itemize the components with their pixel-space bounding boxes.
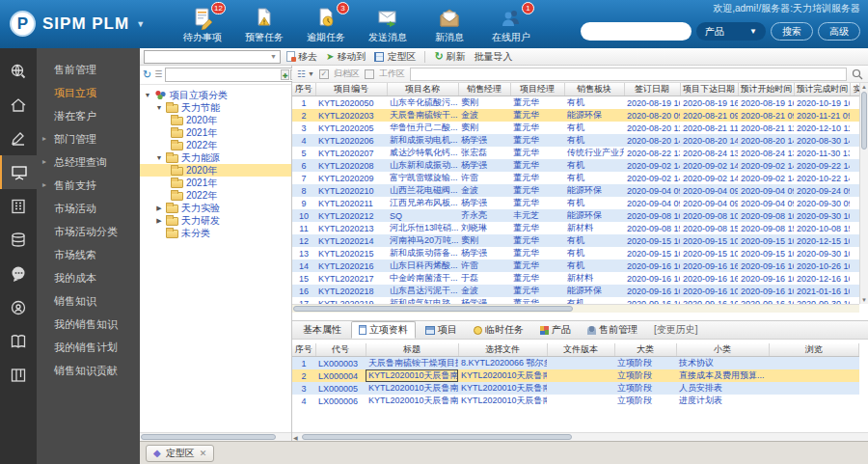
table-cell[interactable]	[850, 122, 859, 134]
table-row[interactable]: 1LX000003天辰鲁南硫铵干燥项目技术...8.KYTL2020066 鄂尔…	[292, 357, 859, 370]
table-cell[interactable]: 进度计划表	[676, 395, 769, 407]
table-cell[interactable]: LX000003	[315, 357, 366, 370]
table-cell[interactable]: 2020-09-15 10...	[738, 234, 794, 247]
table-cell[interactable]: 刘晓琳	[458, 222, 510, 234]
rail-edit-icon[interactable]	[0, 122, 37, 155]
table-cell[interactable]: 2020-09-16 10...	[624, 297, 680, 304]
tab-change-history[interactable]: [变更历史]	[647, 321, 705, 339]
table-cell[interactable]: 山东昌达污泥干...	[387, 285, 458, 297]
table-cell[interactable]: 6	[292, 159, 315, 172]
table-cell[interactable]: 技术协议	[676, 357, 769, 370]
new-message-button[interactable]: 新消息	[425, 7, 474, 44]
table-row[interactable]: 3LX000005KYTL2020010天辰鲁南己...KYTL2020010天…	[292, 382, 859, 395]
column-header[interactable]: 预计完成时间	[794, 83, 850, 96]
column-header[interactable]: 项目经理	[510, 83, 564, 96]
table-cell[interactable]	[850, 297, 859, 304]
table-row[interactable]: 9KYTL2020211江西兄弟布风板...杨学强董元华有机2020-09-04…	[292, 197, 859, 209]
table-cell[interactable]: 2020-09-02 14...	[624, 159, 680, 172]
table-cell[interactable]: 河北乐恒13吨硝...	[387, 222, 458, 234]
table-cell[interactable]: 山东日科丙烯酸...	[387, 259, 458, 272]
table-cell[interactable]: 2020-12-10 11:...	[794, 122, 850, 134]
table-cell[interactable]: 新材料	[564, 272, 624, 285]
table-cell[interactable]: 有机	[564, 122, 624, 134]
table-row[interactable]: 8KYTL2020210山西兰花电磁阀...金波董元华能源环保2020-09-0…	[292, 184, 859, 197]
sidebar-item-my-sales-plan[interactable]: 我的销售计划	[37, 336, 140, 359]
tree-node[interactable]: 2021年	[140, 126, 291, 139]
table-cell[interactable]: 2020-11-21 09:...	[794, 109, 850, 122]
table-cell[interactable]: 董元华	[510, 172, 564, 184]
table-cell[interactable]: 2020-08-30 14:...	[794, 134, 850, 147]
table-cell[interactable]: 新和成振动筛备...	[387, 247, 458, 259]
table-cell[interactable]: 中金岭南菌渣干...	[387, 272, 458, 285]
table-cell[interactable]: 金波	[458, 184, 510, 197]
app-logo[interactable]: P SIPM PLM ▼	[10, 11, 145, 37]
search-icon[interactable]	[852, 68, 863, 80]
table-cell[interactable]: KYTL2020208	[315, 159, 387, 172]
table-cell[interactable]: 2	[292, 109, 315, 122]
table-cell[interactable]: 窦刚	[458, 96, 510, 110]
table-cell[interactable]: 2020-08-19 16...	[624, 96, 680, 110]
table-row[interactable]: 10KYTL2020212SQ齐永亮丰元芝能源环保2020-09-08 10..…	[292, 209, 859, 222]
table-cell[interactable]: 2020-09-15 10...	[738, 247, 794, 259]
table-cell[interactable]: 11	[292, 222, 315, 234]
view-mode-button[interactable]: ☷▼	[297, 68, 314, 79]
collapse-icon[interactable]: ▼	[155, 101, 163, 114]
table-cell[interactable]: KYTL2020215	[315, 247, 387, 259]
scroll-down-icon[interactable]: ▼	[860, 297, 868, 303]
table-cell[interactable]: 2	[292, 369, 315, 382]
table-cell[interactable]: 有机	[564, 134, 624, 147]
search-category-select[interactable]: 产品 ▼	[696, 22, 766, 41]
table-cell[interactable]: 2020-09-15 10:...	[680, 247, 738, 259]
table-cell[interactable]: 山西兰花电磁阀...	[387, 184, 458, 197]
tree-locate-button[interactable]: ✚	[281, 69, 289, 80]
scroll-up-icon[interactable]: ▲	[860, 84, 868, 90]
table-cell[interactable]: 齐永亮	[458, 209, 510, 222]
tree-search-input[interactable]	[165, 68, 300, 82]
table-cell[interactable]: KYTL2020010天辰鲁南硫...	[458, 369, 547, 382]
scrollbar-thumb[interactable]	[302, 434, 572, 440]
table-cell[interactable]	[850, 285, 859, 297]
table-cell[interactable]	[850, 259, 859, 272]
tree-node[interactable]: 未分类	[140, 227, 291, 239]
table-cell[interactable]: 2020-09-02 14...	[624, 172, 680, 184]
table-cell[interactable]: 2020-09-16 16...	[624, 259, 680, 272]
table-cell[interactable]: 董元华	[510, 234, 564, 247]
table-cell[interactable]: 2020-09-30 10:...	[794, 209, 850, 222]
table-cell[interactable]	[850, 272, 859, 285]
column-header[interactable]: 签订日期	[624, 83, 680, 96]
table-cell[interactable]	[769, 369, 859, 382]
table-cell[interactable]: 2020-09-04 09...	[738, 184, 794, 197]
table-cell[interactable]: 天辰鲁南硫铵干燥项目技术...	[366, 357, 458, 370]
table-row[interactable]: 14KYTL2020216山东日科丙烯酸...许雷董元华有机2020-09-16…	[292, 259, 859, 272]
scroll-left-icon[interactable]: ◀	[293, 434, 298, 441]
table-cell[interactable]: 2020-08-19 16...	[738, 96, 794, 110]
logo-dropdown-caret-icon[interactable]: ▼	[136, 19, 145, 29]
tree-node[interactable]: ▼天力节能	[140, 101, 291, 114]
table-cell[interactable]	[850, 147, 859, 159]
table-cell[interactable]: 董元华	[510, 272, 564, 285]
table-cell[interactable]: 2020-08-20 09...	[624, 109, 680, 122]
table-cell[interactable]: 1	[292, 357, 315, 370]
expand-icon[interactable]: ▶	[155, 202, 163, 214]
table-cell[interactable]: 2020-08-21 11...	[738, 122, 794, 134]
table-cell[interactable]: 2020-09-15 10...	[624, 247, 680, 259]
table-cell[interactable]: KYTL2020219	[315, 297, 387, 304]
table-cell[interactable]: 有机	[564, 297, 624, 304]
column-header[interactable]: 标题	[366, 343, 458, 357]
todo-items-button[interactable]: 12 待办事项	[178, 7, 227, 44]
table-cell[interactable]: KYTL2020216	[315, 259, 387, 272]
table-cell[interactable]: 2020-08-22 13...	[624, 147, 680, 159]
table-cell[interactable]	[850, 197, 859, 209]
table-cell[interactable]: 2020-09-16 10...	[624, 285, 680, 297]
table-cell[interactable]: KYTL2020212	[315, 209, 387, 222]
table-cell[interactable]: 立项阶段	[614, 369, 676, 382]
table-cell[interactable]: 10	[292, 209, 315, 222]
table-cell[interactable]: 7	[292, 172, 315, 184]
table-cell[interactable]: 16	[292, 285, 315, 297]
batch-import-button[interactable]: 批量导入	[472, 50, 516, 64]
table-cell[interactable]: 董元华	[510, 109, 564, 122]
rail-search-globe-icon[interactable]	[0, 54, 37, 88]
table-cell[interactable]: KYTL2020205	[315, 122, 387, 134]
table-cell[interactable]: 河南神马20万吨...	[387, 234, 458, 247]
table-cell[interactable]: 能源环保	[564, 109, 624, 122]
